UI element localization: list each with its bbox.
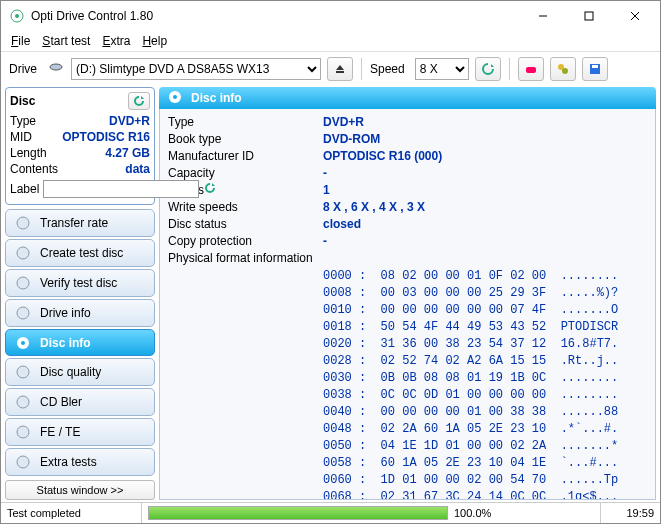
svg-point-24 <box>17 396 29 408</box>
speed-label: Speed <box>370 62 405 76</box>
svg-point-1 <box>15 14 19 18</box>
drive-icon <box>47 59 65 78</box>
speed-select[interactable]: 8 X <box>415 58 469 80</box>
info-writespeeds-value: 8 X , 6 X , 4 X , 3 X <box>323 200 425 217</box>
disc-info-icon <box>14 334 32 352</box>
disc-type-value: DVD+R <box>109 114 150 130</box>
eject-button[interactable] <box>327 57 353 81</box>
svg-point-12 <box>562 68 568 74</box>
hex-dump: 0000 : 08 02 00 00 01 0F 02 00 ........ … <box>323 268 647 500</box>
info-body: TypeDVD+R Book typeDVD-ROM Manufacturer … <box>159 109 656 500</box>
toolbar: Drive (D:) Slimtype DVD A DS8A5S WX13 Sp… <box>1 51 660 85</box>
menu-help[interactable]: Help <box>136 32 173 50</box>
info-status-value: closed <box>323 217 361 234</box>
info-book-label: Book type <box>168 132 323 149</box>
svg-rect-8 <box>336 71 344 73</box>
svg-point-17 <box>17 217 29 229</box>
svg-point-19 <box>17 277 29 289</box>
nav-drive-info[interactable]: Drive info <box>5 299 155 327</box>
nav-disc-quality[interactable]: Disc quality <box>5 358 155 386</box>
drive-info-icon <box>14 304 32 322</box>
svg-point-28 <box>173 95 177 99</box>
svg-point-18 <box>17 247 29 259</box>
disc-contents-label: Contents <box>10 162 58 178</box>
nav-list: Transfer rate Create test disc Verify te… <box>5 209 155 478</box>
disc-quality-icon <box>14 363 32 381</box>
fe-te-icon <box>14 423 32 441</box>
status-time: 19:59 <box>600 503 660 523</box>
disc-label-input[interactable] <box>43 180 199 198</box>
svg-marker-16 <box>212 183 215 186</box>
info-layers-value: 1 <box>323 183 330 200</box>
info-header-title: Disc info <box>191 91 242 105</box>
info-type-label: Type <box>168 115 323 132</box>
disc-label-label: Label <box>10 182 39 196</box>
save-button[interactable] <box>582 57 608 81</box>
window-title: Opti Drive Control 1.80 <box>31 9 520 23</box>
transfer-rate-icon <box>14 214 32 232</box>
disc-panel-title: Disc <box>10 94 35 108</box>
nav-label: Disc quality <box>40 365 101 379</box>
verify-test-disc-icon <box>14 274 32 292</box>
minimize-button[interactable] <box>520 1 566 31</box>
svg-point-25 <box>17 426 29 438</box>
disc-contents-value: data <box>125 162 150 178</box>
svg-marker-9 <box>491 64 494 67</box>
status-bar: Test completed 100.0% 19:59 <box>1 502 660 523</box>
svg-rect-10 <box>526 67 536 73</box>
disc-refresh-button[interactable] <box>128 92 150 110</box>
progress-bar <box>148 506 448 520</box>
disc-mid-value: OPTODISC R16 <box>62 130 150 146</box>
drive-label: Drive <box>9 62 37 76</box>
svg-marker-15 <box>141 96 144 99</box>
svg-rect-14 <box>592 65 598 68</box>
svg-marker-7 <box>336 65 344 70</box>
info-copy-value: - <box>323 234 327 251</box>
info-writespeeds-label: Write speeds <box>168 200 323 217</box>
disc-info-header-icon <box>167 89 183 108</box>
menu-extra[interactable]: Extra <box>96 32 136 50</box>
svg-point-20 <box>17 307 29 319</box>
erase-button[interactable] <box>518 57 544 81</box>
nav-label: FE / TE <box>40 425 80 439</box>
nav-fe-te[interactable]: FE / TE <box>5 418 155 446</box>
status-window-button[interactable]: Status window >> <box>5 480 155 500</box>
disc-type-label: Type <box>10 114 36 130</box>
nav-verify-test-disc[interactable]: Verify test disc <box>5 269 155 297</box>
info-copy-label: Copy protection <box>168 234 323 251</box>
svg-point-22 <box>21 341 25 345</box>
menu-start-test[interactable]: Start test <box>36 32 96 50</box>
svg-point-6 <box>50 64 62 70</box>
info-status-label: Disc status <box>168 217 323 234</box>
extra-tests-icon <box>14 453 32 471</box>
nav-extra-tests[interactable]: Extra tests <box>5 448 155 476</box>
disc-mid-label: MID <box>10 130 32 146</box>
menu-bar: File Start test Extra Help <box>1 31 660 51</box>
options-button[interactable] <box>550 57 576 81</box>
info-man-label: Manufacturer ID <box>168 149 323 166</box>
menu-file[interactable]: File <box>5 32 36 50</box>
info-header: Disc info <box>159 87 656 109</box>
drive-select[interactable]: (D:) Slimtype DVD A DS8A5S WX13 <box>71 58 321 80</box>
create-test-disc-icon <box>14 244 32 262</box>
status-text: Test completed <box>1 503 141 523</box>
info-phys-label: Physical format information <box>168 251 323 268</box>
nav-create-test-disc[interactable]: Create test disc <box>5 239 155 267</box>
disc-panel: Disc TypeDVD+R MIDOPTODISC R16 Length4.2… <box>5 87 155 205</box>
refresh-button[interactable] <box>475 57 501 81</box>
nav-transfer-rate[interactable]: Transfer rate <box>5 209 155 237</box>
disc-label-refresh-icon[interactable] <box>203 181 217 198</box>
nav-label: Transfer rate <box>40 216 108 230</box>
app-icon <box>9 8 25 24</box>
nav-label: Drive info <box>40 306 91 320</box>
info-type-value: DVD+R <box>323 115 364 132</box>
maximize-button[interactable] <box>566 1 612 31</box>
cd-bler-icon <box>14 393 32 411</box>
close-button[interactable] <box>612 1 658 31</box>
nav-cd-bler[interactable]: CD Bler <box>5 388 155 416</box>
nav-disc-info[interactable]: Disc info <box>5 329 155 357</box>
svg-point-23 <box>17 366 29 378</box>
nav-label: Verify test disc <box>40 276 117 290</box>
nav-label: CD Bler <box>40 395 82 409</box>
nav-label: Extra tests <box>40 455 97 469</box>
